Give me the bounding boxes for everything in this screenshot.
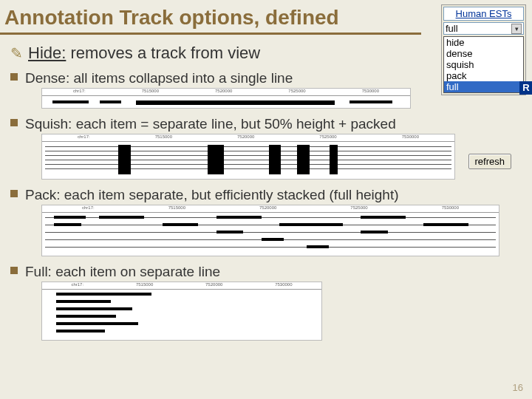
bullet-squish: Squish: each item = separate line, but 5… <box>10 116 522 132</box>
full-track-thumbnail: chr17:751500075200007530000 <box>41 282 322 341</box>
squish-text: Squish: each item = separate line, but 5… <box>25 116 522 132</box>
pack-text: Pack: each item separate, but efficientl… <box>25 187 522 203</box>
dense-track-thumbnail: chr17:7515000752000075250007530000 <box>41 88 411 109</box>
chevron-down-icon[interactable]: ▾ <box>511 24 522 34</box>
page-number: 16 <box>513 382 523 393</box>
bullet-pack: Pack: each item separate, but efficientl… <box>10 187 522 203</box>
square-bullet-icon <box>10 119 18 126</box>
dropdown-option-squish[interactable]: squish <box>444 59 523 70</box>
refresh-button[interactable]: refresh <box>468 154 511 169</box>
squish-track-thumbnail: chr17:7515000752000075250007530000 <box>41 134 455 180</box>
r-badge: R <box>519 81 532 95</box>
hide-label: Hide: <box>28 44 66 62</box>
dropdown-list: hide dense squish pack full <box>443 36 524 93</box>
track-dropdown-panel: Human ESTs full ▾ hide dense squish pack… <box>441 4 526 95</box>
square-bullet-icon <box>10 190 18 197</box>
dropdown-select[interactable]: full ▾ <box>443 22 524 35</box>
hide-desc: removes a track from view <box>70 44 260 62</box>
bullet-icon: ✎ <box>10 44 24 62</box>
square-bullet-icon <box>10 73 18 81</box>
bullet-full: Full: each item on separate line <box>10 264 522 280</box>
dropdown-option-hide[interactable]: hide <box>444 37 523 48</box>
slide-title: Annotation Track options, defined <box>0 0 421 35</box>
square-bullet-icon <box>10 267 18 274</box>
dropdown-option-full[interactable]: full <box>444 81 523 92</box>
dropdown-option-dense[interactable]: dense <box>444 48 523 59</box>
full-text: Full: each item on separate line <box>25 264 522 280</box>
dropdown-option-pack[interactable]: pack <box>444 70 523 81</box>
pack-track-thumbnail: chr17:7515000752000075250007530000 <box>41 205 499 256</box>
dropdown-selected-value: full <box>446 23 458 34</box>
dropdown-header[interactable]: Human ESTs <box>443 7 524 21</box>
